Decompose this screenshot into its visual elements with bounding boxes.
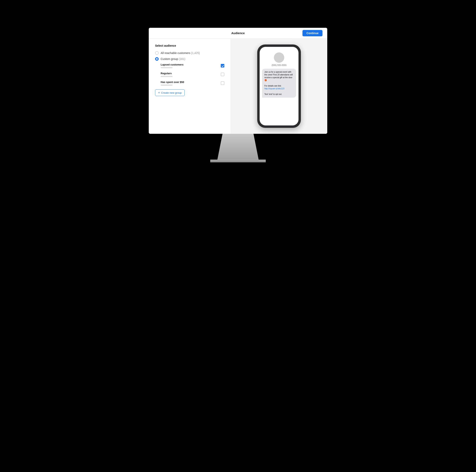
phone-screen: (555) 555-5555 Join us for a special eve… [260, 47, 299, 126]
group-bar-regulars [161, 76, 172, 77]
group-name-regulars: Regulars [161, 72, 172, 75]
sms-bubble: Join us for a special event with the cre… [262, 69, 296, 98]
left-panel: Select audience All reachable customers … [149, 38, 231, 134]
group-name-spent: Has spent over $50 [161, 81, 184, 84]
radio-text-custom: Custom group [161, 57, 178, 60]
group-bar-lapsed [161, 67, 172, 68]
phone-frame: (555) 555-5555 Join us for a special eve… [257, 44, 301, 128]
sms-text-part3: Text 'end' to opt out. [264, 93, 282, 95]
radio-circle-all[interactable] [155, 51, 159, 55]
modal-container: Audience Continue Select audience All re… [149, 28, 327, 134]
radio-all-reachable[interactable]: All reachable customers (1,425) [155, 51, 224, 55]
group-item-spent: Has spent over $50 [161, 81, 224, 86]
radio-circle-custom[interactable] [155, 57, 159, 61]
checkbox-regulars[interactable] [221, 73, 224, 76]
group-name-lapsed: Lapsed customers [161, 63, 184, 66]
sms-text-part2: For details see link: [264, 85, 281, 87]
group-bar-spent [161, 85, 172, 86]
group-info-regulars: Regulars [161, 72, 172, 77]
create-group-label: Create new group [161, 91, 182, 94]
right-panel: (555) 555-5555 Join us for a special eve… [231, 38, 327, 134]
sms-text-part1: Join us for a special event with the cre… [264, 71, 293, 81]
monitor-wrapper: Audience Continue Select audience All re… [149, 28, 327, 162]
radio-custom-group[interactable]: Custom group (161) [155, 57, 224, 61]
phone-number: (555) 555-5555 [272, 64, 286, 66]
continue-button[interactable]: Continue [303, 30, 323, 36]
radio-text-all: All reachable customers [161, 51, 190, 54]
contact-avatar [274, 52, 284, 63]
checkbox-lapsed[interactable] [221, 64, 224, 68]
radio-count-custom: (161) [179, 57, 186, 60]
modal-body: Select audience All reachable customers … [149, 38, 327, 134]
group-info-lapsed: Lapsed customers [161, 63, 184, 68]
radio-count-all: (1,425) [191, 51, 200, 54]
plus-icon: + [158, 91, 160, 94]
monitor-base [210, 160, 266, 162]
radio-label-all: All reachable customers (1,425) [161, 51, 200, 54]
modal-title: Audience [231, 31, 245, 35]
sms-link[interactable]: http://square.ly/abc123 [264, 88, 284, 90]
groups-container: Lapsed customers Regulars [161, 63, 224, 86]
group-info-spent: Has spent over $50 [161, 81, 184, 86]
section-title: Select audience [155, 44, 224, 47]
group-item-regulars: Regulars [161, 72, 224, 77]
group-item-lapsed: Lapsed customers [161, 63, 224, 68]
create-new-group-button[interactable]: + Create new group [155, 89, 185, 96]
modal-header: Audience Continue [149, 28, 327, 38]
checkbox-spent[interactable] [221, 81, 224, 85]
monitor-stand [212, 134, 264, 160]
radio-label-custom: Custom group (161) [161, 57, 186, 60]
